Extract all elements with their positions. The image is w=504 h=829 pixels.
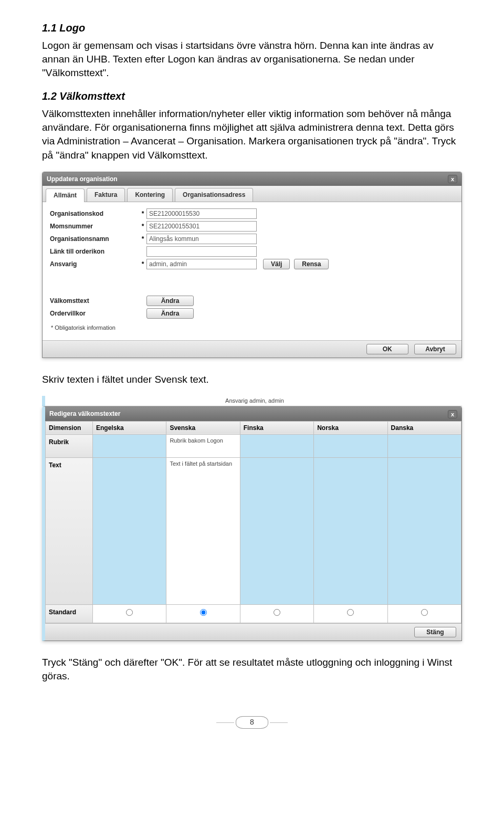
- label-organisationskod: Organisationskod: [50, 209, 139, 218]
- cell-text-engelska[interactable]: [93, 458, 166, 604]
- close-icon[interactable]: x: [448, 410, 457, 418]
- cell-text-norska[interactable]: [314, 458, 387, 604]
- radio-standard-engelska[interactable]: [126, 609, 133, 616]
- input-organisationsnamn[interactable]: [146, 234, 257, 244]
- cell-rubrik-finska[interactable]: [240, 435, 313, 457]
- radio-standard-danska[interactable]: [421, 609, 428, 616]
- cell-text-danska[interactable]: [388, 458, 461, 604]
- radio-standard-finska[interactable]: [274, 609, 280, 616]
- heading-valkomsttext: 1.2 Välkomsttext: [42, 89, 462, 104]
- label-link-orderikon: Länk till orderikon: [50, 247, 139, 256]
- cell-rubrik-svenska[interactable]: Rubrik bakom Logon: [166, 435, 239, 457]
- andra-valkomsttext-button[interactable]: Ändra: [146, 296, 194, 306]
- row-label-standard: Standard: [46, 605, 93, 623]
- col-engelska: Engelska: [93, 421, 166, 435]
- col-svenska: Svenska: [166, 421, 240, 435]
- required-marker: *: [139, 222, 146, 231]
- col-norska: Norska: [314, 421, 387, 435]
- tab-faktura[interactable]: Faktura: [87, 188, 125, 202]
- welcome-texts-table: Dimension Engelska Svenska Finska Norska…: [45, 421, 461, 623]
- close-icon[interactable]: x: [448, 175, 457, 183]
- dialog-title: Uppdatera organisation: [47, 175, 118, 184]
- radio-standard-norska[interactable]: [347, 609, 354, 616]
- table-row-standard: Standard: [46, 605, 461, 623]
- radio-standard-svenska[interactable]: [200, 609, 207, 616]
- para-valkomsttext: Välkomsttexten innehåller information/ny…: [42, 107, 462, 162]
- dialog-footer: OK Avbryt: [43, 340, 461, 358]
- required-marker: *: [139, 209, 146, 218]
- cell-rubrik-danska[interactable]: [388, 435, 461, 457]
- stang-button[interactable]: Stäng: [414, 627, 456, 637]
- avbryt-button[interactable]: Avbryt: [414, 344, 456, 354]
- col-danska: Danska: [387, 421, 461, 435]
- dialog-uppdatera-organisation: Uppdatera organisation x Allmänt Faktura…: [42, 172, 462, 358]
- col-dimension: Dimension: [46, 421, 93, 435]
- tabs: Allmänt Faktura Kontering Organisationsa…: [43, 186, 461, 202]
- ansvarig-preview: Ansvarig admin, admin: [45, 396, 462, 406]
- input-link-orderikon[interactable]: [146, 246, 257, 257]
- dialog-footer: Stäng: [45, 623, 461, 641]
- label-organisationsnamn: Organisationsnamn: [50, 235, 139, 244]
- cell-rubrik-norska[interactable]: [314, 435, 387, 457]
- cell-text-finska[interactable]: [240, 458, 313, 604]
- form-body: Organisationskod * Momsnummer * Organisa…: [43, 202, 461, 340]
- dialog-title: Redigera välkomstexter: [49, 410, 120, 418]
- para-skriv-texten: Skriv texten i fältet under Svensk text.: [42, 373, 462, 386]
- dialog-redigera-valkomstexter: Redigera välkomstexter x Dimension Engel…: [42, 406, 462, 641]
- cell-rubrik-engelska[interactable]: [93, 435, 166, 457]
- table-row-rubrik: Rubrik Rubrik bakom Logon: [46, 435, 461, 458]
- dialog-titlebar: Redigera välkomstexter x: [45, 407, 461, 421]
- label-ordervillkor: Ordervillkor: [50, 309, 139, 318]
- tab-allmant[interactable]: Allmänt: [46, 188, 85, 202]
- required-marker: *: [139, 235, 146, 244]
- andra-ordervillkor-button[interactable]: Ändra: [146, 308, 194, 319]
- label-ansvarig: Ansvarig: [50, 260, 139, 269]
- helper-obligatorisk: * Obligatorisk information: [50, 321, 454, 337]
- para-logo: Logon är gemensam och visas i startsidan…: [42, 39, 462, 80]
- page-number: 8: [236, 716, 268, 728]
- required-marker: *: [139, 260, 146, 269]
- input-ansvarig[interactable]: [146, 259, 257, 269]
- para-tryck-stang: Tryck "Stäng" och därefter "OK". För att…: [42, 656, 462, 683]
- tab-kontering[interactable]: Kontering: [127, 188, 173, 202]
- ok-button[interactable]: OK: [366, 344, 408, 354]
- valj-button[interactable]: Välj: [263, 259, 290, 269]
- input-organisationskod[interactable]: [146, 208, 257, 219]
- row-label-text: Text: [46, 458, 93, 605]
- row-label-rubrik: Rubrik: [46, 435, 93, 458]
- cell-text-svenska[interactable]: Text i fältet på startsidan: [166, 458, 239, 604]
- tab-organisationsadress[interactable]: Organisationsadress: [175, 188, 253, 202]
- input-momsnummer[interactable]: [146, 221, 257, 232]
- heading-logo: 1.1 Logo: [42, 21, 462, 36]
- table-row-text: Text Text i fältet på startsidan: [46, 458, 461, 605]
- label-momsnummer: Momsnummer: [50, 222, 139, 231]
- col-finska: Finska: [240, 421, 313, 435]
- label-valkomsttext: Välkomsttext: [50, 297, 139, 306]
- dialog-titlebar: Uppdatera organisation x: [43, 172, 461, 186]
- rensa-button[interactable]: Rensa: [294, 259, 329, 269]
- page-footer: 8: [42, 715, 462, 728]
